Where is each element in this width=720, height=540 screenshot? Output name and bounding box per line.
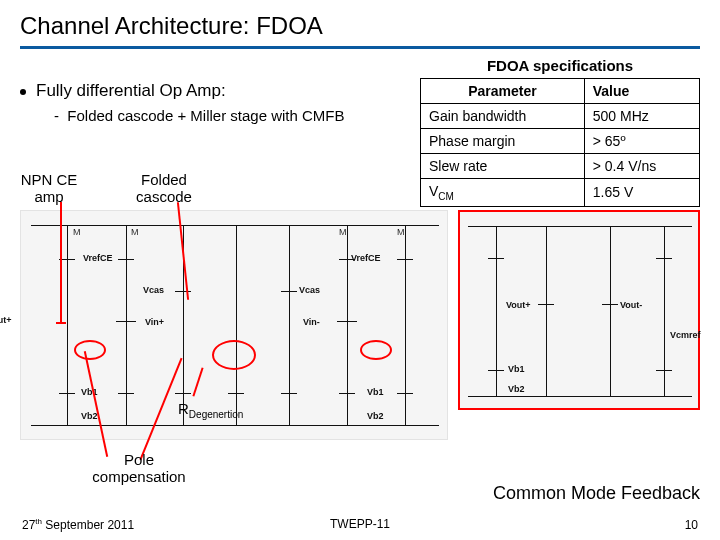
circle-left <box>74 340 106 360</box>
net-voutp: Vout+ <box>0 315 12 325</box>
title-rule <box>20 46 700 49</box>
net-vb2-l: Vb2 <box>81 411 98 421</box>
specs-header-param: Parameter <box>421 79 585 104</box>
net-vcas-r: Vcas <box>299 285 320 295</box>
footer-page: 10 <box>685 518 698 532</box>
circle-rdeg <box>212 340 256 370</box>
net-vrefce-r: VrefCE <box>351 253 381 263</box>
callout-pole: Polecompensation <box>74 452 204 485</box>
net-vb1-r: Vb1 <box>367 387 384 397</box>
net-vcmref: Vcmref <box>670 330 701 340</box>
footer-date: 27th September 2011 <box>22 517 134 532</box>
footer-conf: TWEPP-11 <box>330 517 390 531</box>
schematic-right: Vout+ Vout- Vcmref Vb1 Vb2 <box>458 210 700 410</box>
net-voutm-r: Vout- <box>620 300 642 310</box>
specs-caption: FDOA specifications <box>420 57 700 74</box>
callout-npn: NPN CEamp <box>14 172 84 205</box>
bullet-sub: Folded cascode + Miller stage with CMFB <box>67 107 344 124</box>
table-row: Slew rate> 0.4 V/ns <box>421 154 700 179</box>
bullet-dash: - <box>54 107 67 124</box>
arrow-npn <box>60 202 62 324</box>
specs-table: Parameter Value Gain bandwidth500 MHz Ph… <box>420 78 700 207</box>
circle-right <box>360 340 392 360</box>
table-row: Phase margin> 65º <box>421 129 700 154</box>
callout-rdeg: RDegenertion <box>178 400 243 420</box>
table-row: Gain bandwidth500 MHz <box>421 104 700 129</box>
page-title: Channel Architecture: FDOA <box>0 0 720 44</box>
cmfb-title: Common Mode Feedback <box>493 483 700 504</box>
net-vb1-r2: Vb1 <box>508 364 525 374</box>
net-voutp-r: Vout+ <box>506 300 531 310</box>
net-vinp: Vin+ <box>145 317 164 327</box>
table-row: VCM1.65 V <box>421 179 700 207</box>
net-vb2-r2: Vb2 <box>508 384 525 394</box>
net-vrefce-l: VrefCE <box>83 253 113 263</box>
specs-header-value: Value <box>584 79 699 104</box>
net-vb2-r: Vb2 <box>367 411 384 421</box>
bullet-main: Fully differential Op Amp: <box>20 81 402 101</box>
net-vinm: Vin- <box>303 317 320 327</box>
net-vcas-l: Vcas <box>143 285 164 295</box>
callout-folded: Foldedcascode <box>124 172 204 205</box>
